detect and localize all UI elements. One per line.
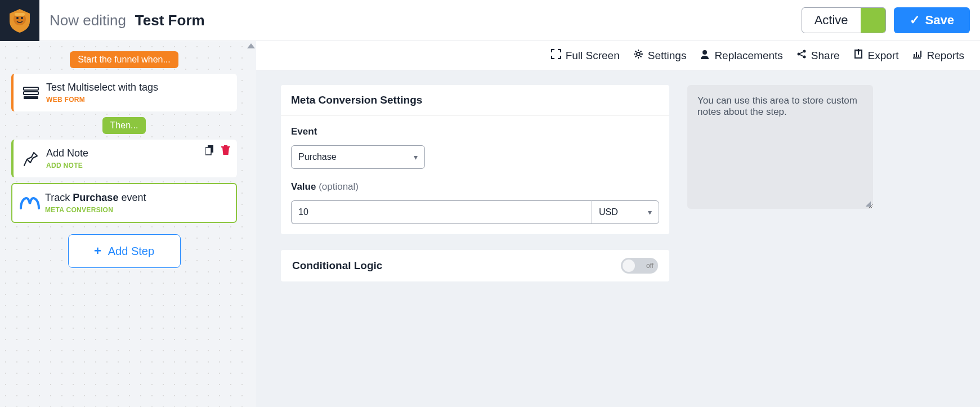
svg-rect-5 (24, 92, 38, 95)
event-label: Event (291, 126, 659, 137)
save-label: Save (925, 13, 954, 28)
check-icon: ✓ (910, 13, 920, 28)
funnel-canvas: Start the funnel when... Test Multiselec… (0, 41, 256, 407)
web-form-icon (16, 86, 46, 100)
meta-conversion-settings-panel: Meta Conversion Settings Event Purchase … (281, 85, 669, 234)
step-card-add-note[interactable]: Add Note ADD NOTE (11, 140, 237, 177)
app-logo[interactable] (0, 0, 39, 41)
toolbar-settings[interactable]: Settings (633, 49, 687, 62)
toolbar-reports[interactable]: Reports (912, 49, 964, 62)
step-subtitle: ADD NOTE (46, 162, 229, 169)
notes-textarea[interactable]: You can use this area to store custom no… (687, 85, 873, 209)
value-label: Value (optional) (291, 181, 659, 193)
delete-icon[interactable] (221, 145, 230, 157)
add-step-label: Add Step (108, 245, 154, 258)
header-bar: Now editing Test Form Active ✓ Save (0, 0, 980, 41)
step-title: Track Purchase event (45, 192, 228, 204)
editing-label: Now editing (50, 12, 126, 29)
toolbar-export[interactable]: Export (853, 49, 899, 62)
svg-point-12 (803, 50, 806, 53)
copy-icon[interactable] (205, 145, 214, 157)
export-icon (853, 49, 863, 62)
editor-toolbar: Full Screen Settings Replacements Share … (256, 41, 980, 70)
toolbar-share[interactable]: Share (796, 49, 840, 62)
status-select[interactable]: Active (802, 7, 886, 33)
svg-point-1 (16, 17, 19, 19)
currency-value: USD (599, 207, 618, 217)
step-title: Add Note (46, 147, 229, 159)
funnel-start-pill: Start the funnel when... (70, 51, 178, 68)
save-button[interactable]: ✓ Save (894, 7, 970, 33)
plus-icon: + (94, 244, 101, 258)
status-text: Active (802, 8, 861, 33)
chevron-down-icon: ▾ (648, 208, 652, 217)
svg-point-10 (702, 50, 707, 55)
meta-icon (15, 196, 45, 211)
conditional-logic-panel: Conditional Logic off (281, 250, 669, 281)
form-name[interactable]: Test Form (135, 12, 205, 29)
svg-rect-4 (24, 87, 38, 90)
step-card-meta-conversion[interactable]: Track Purchase event META CONVERSION (11, 183, 237, 223)
toolbar-replacements[interactable]: Replacements (700, 49, 782, 62)
event-value: Purchase (298, 152, 337, 162)
svg-rect-8 (205, 147, 211, 155)
toggle-label: off (646, 262, 654, 270)
svg-point-2 (21, 17, 23, 19)
step-card-trigger[interactable]: Test Multiselect with tags WEB FORM (11, 74, 237, 111)
funnel-then-pill: Then... (102, 117, 146, 134)
svg-point-9 (637, 52, 640, 56)
value-input[interactable]: 10 (291, 200, 592, 224)
currency-select[interactable]: USD ▾ (592, 200, 659, 224)
step-subtitle: META CONVERSION (45, 206, 228, 214)
user-icon (700, 49, 710, 62)
conditional-toggle[interactable]: off (621, 258, 658, 274)
chevron-down-icon: ▾ (414, 153, 418, 162)
svg-rect-6 (24, 96, 38, 99)
panel-title: Meta Conversion Settings (281, 85, 669, 116)
chart-icon (912, 49, 922, 62)
add-step-button[interactable]: + Add Step (68, 234, 181, 268)
step-title: Test Multiselect with tags (46, 82, 229, 93)
conditional-title: Conditional Logic (292, 260, 382, 272)
share-icon (796, 49, 807, 62)
notes-placeholder: You can use this area to store custom no… (697, 95, 857, 117)
step-subtitle: WEB FORM (46, 96, 229, 104)
scroll-up-arrow[interactable] (247, 43, 255, 48)
gear-icon (633, 49, 643, 62)
svg-rect-3 (15, 13, 25, 16)
pin-icon (16, 150, 46, 167)
fullscreen-icon (551, 49, 561, 62)
svg-point-13 (803, 56, 806, 59)
event-select[interactable]: Purchase ▾ (291, 145, 425, 169)
status-indicator (861, 8, 885, 33)
toolbar-full-screen[interactable]: Full Screen (551, 49, 620, 62)
svg-point-11 (797, 53, 800, 56)
